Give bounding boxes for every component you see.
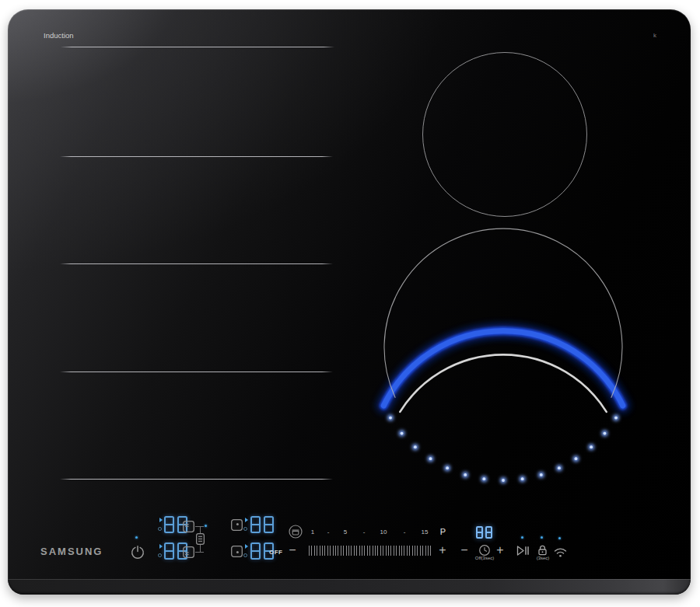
led-arc-core — [383, 331, 622, 406]
right-rear-zone-select-icon[interactable] — [231, 519, 243, 531]
zone-select-arrow-icon — [245, 544, 248, 549]
slider-label: - — [327, 529, 330, 536]
corner-mark: k — [653, 32, 656, 39]
lock-hold-label: (3sec) — [537, 556, 550, 560]
lock-icon[interactable] — [537, 544, 548, 556]
left-front-zone-select-icon[interactable] — [183, 546, 194, 558]
flex-zone-line — [60, 479, 333, 480]
wifi-indicator-dot — [558, 537, 561, 539]
power-button[interactable] — [130, 544, 145, 560]
zone-timer-dot-icon — [243, 553, 247, 557]
front-trim — [8, 579, 691, 595]
product-photo: Induction k SAMSUNG — [0, 0, 700, 607]
pause-resume-icon[interactable] — [516, 545, 530, 556]
samsung-logo: SAMSUNG — [40, 546, 103, 557]
flex-zone-line — [60, 156, 333, 157]
left-rear-zone-select-icon[interactable] — [183, 521, 194, 532]
slider-label: - — [404, 529, 406, 536]
slider-label: - — [363, 529, 366, 536]
front-right-burner-ring — [384, 228, 622, 398]
burner-highlight-arc — [400, 354, 606, 412]
timer-display[interactable] — [476, 526, 492, 539]
off-status-label: OFF — [269, 549, 283, 556]
zone-timer-dot-icon — [158, 553, 162, 557]
right-front-zone-select-icon[interactable] — [231, 546, 243, 557]
bridge-connector-line — [200, 526, 201, 533]
induction-label: Induction — [44, 31, 74, 40]
right-rear-zone-display[interactable] — [250, 516, 274, 533]
zone-select-arrow-icon — [159, 518, 163, 522]
front-right-burner-graphics — [8, 9, 691, 595]
led-dots — [387, 415, 619, 483]
slider-label: 15 — [422, 529, 429, 536]
power-indicator-dot — [135, 536, 138, 539]
lock-indicator-dot — [541, 536, 543, 539]
power-decrease-button[interactable]: − — [289, 542, 296, 558]
flex-bridge-icon[interactable] — [196, 533, 205, 545]
power-level-slider[interactable] — [309, 546, 432, 556]
slider-label: 10 — [380, 529, 387, 536]
timer-increase-button[interactable]: + — [496, 542, 503, 558]
pause-indicator-dot — [521, 536, 523, 539]
zone-timer-dot-icon — [158, 527, 162, 531]
bridge-indicator-dot — [205, 525, 207, 527]
slider-label: 5 — [344, 529, 347, 536]
flex-zone-line — [61, 47, 334, 47]
zone-select-arrow-icon — [159, 544, 163, 549]
flex-zone-line — [60, 263, 333, 264]
led-arc-glow — [383, 331, 622, 406]
flex-zone-line — [60, 372, 333, 372]
timer-clock-icon[interactable] — [478, 544, 491, 556]
zone-select-arrow-icon — [245, 518, 248, 522]
induction-cooktop: Induction k SAMSUNG — [8, 9, 691, 595]
timer-hold-label: Off(3sec) — [475, 556, 495, 560]
led-arc — [383, 331, 622, 406]
boost-label: P — [440, 527, 446, 536]
timer-decrease-button[interactable]: − — [460, 542, 467, 558]
rear-right-burner-ring — [422, 52, 587, 217]
power-increase-button[interactable]: + — [439, 542, 446, 558]
bridge-connector-line — [195, 552, 204, 553]
keep-warm-icon[interactable] — [288, 524, 303, 539]
zone-timer-dot-icon — [243, 527, 247, 531]
slider-label: 1 — [311, 529, 314, 536]
wifi-icon[interactable] — [553, 546, 568, 558]
